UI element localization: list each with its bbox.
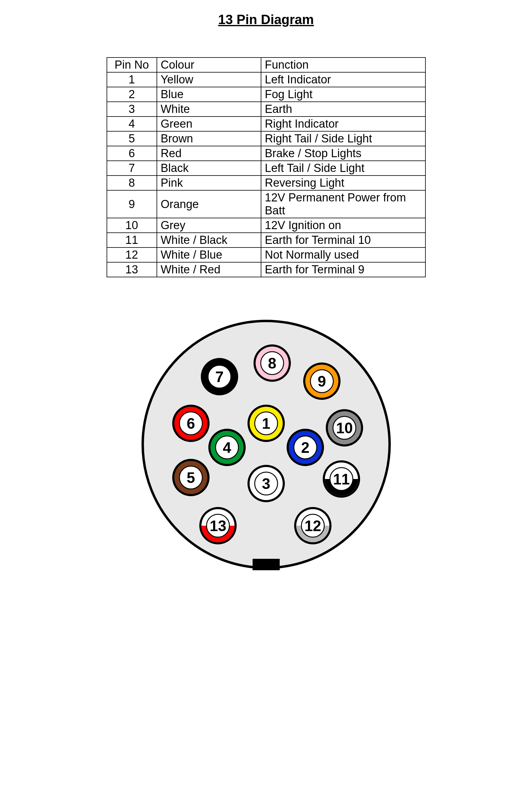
cell-colour: Black	[157, 161, 261, 175]
cell-pin-no: 2	[107, 87, 157, 102]
col-header-pin: Pin No	[107, 57, 157, 72]
pin-8: 8	[254, 344, 291, 382]
pin-label: 5	[187, 469, 195, 486]
pin-label: 1	[262, 415, 270, 432]
pin-label: 4	[223, 439, 231, 456]
cell-pin-no: 6	[107, 146, 157, 161]
pin-label: 6	[187, 415, 195, 432]
col-header-function: Function	[261, 57, 425, 72]
pin-9: 9	[303, 362, 341, 400]
cell-function: Not Normally used	[261, 247, 425, 262]
pin-label: 8	[268, 355, 276, 372]
pin-label: 3	[262, 476, 270, 492]
cell-colour: Orange	[157, 190, 261, 218]
cell-colour: White	[157, 102, 261, 117]
cell-colour: Green	[157, 117, 261, 131]
pin-label: 10	[336, 420, 353, 436]
pin-6: 6	[172, 404, 209, 442]
cell-pin-no: 11	[107, 233, 157, 247]
cell-colour: Grey	[157, 218, 261, 233]
cell-function: Fog Light	[261, 87, 425, 102]
pin-13: 13	[199, 507, 237, 544]
connector-key-notch	[253, 559, 280, 570]
table-row: 4GreenRight Indicator	[107, 117, 425, 131]
cell-function: Left Indicator	[261, 72, 425, 87]
cell-colour: Yellow	[157, 72, 261, 87]
cell-function: 12V Ignition on	[261, 218, 425, 233]
pin-12: 12	[294, 507, 331, 544]
pin-11: 11	[323, 460, 360, 498]
pin-label: 12	[304, 518, 321, 534]
cell-pin-no: 9	[107, 190, 157, 218]
cell-colour: Blue	[157, 87, 261, 102]
table-row: 12White / BlueNot Normally used	[107, 247, 425, 262]
table-row: 11White / BlackEarth for Terminal 10	[107, 233, 425, 247]
connector-diagram: 12345678910111213	[135, 313, 397, 575]
pin-5: 5	[172, 459, 209, 496]
cell-function: Reversing Light	[261, 175, 425, 190]
cell-colour: Red	[157, 146, 261, 161]
cell-pin-no: 13	[107, 262, 157, 277]
cell-pin-no: 3	[107, 102, 157, 117]
pin-table: Pin No Colour Function 1YellowLeft Indic…	[107, 57, 426, 277]
pin-7: 7	[201, 358, 238, 395]
cell-function: Left Tail / Side Light	[261, 161, 425, 175]
cell-function: Right Indicator	[261, 117, 425, 131]
cell-function: 12V Permanent Power from Batt	[261, 190, 425, 218]
cell-pin-no: 4	[107, 117, 157, 131]
cell-pin-no: 10	[107, 218, 157, 233]
cell-function: Brake / Stop Lights	[261, 146, 425, 161]
cell-function: Earth	[261, 102, 425, 117]
pin-label: 2	[301, 439, 309, 456]
pin-label: 11	[333, 471, 350, 488]
pin-label: 9	[318, 373, 326, 390]
cell-pin-no: 5	[107, 131, 157, 146]
cell-pin-no: 12	[107, 247, 157, 262]
page-title: 13 Pin Diagram	[107, 12, 426, 27]
table-row: 9Orange12V Permanent Power from Batt	[107, 190, 425, 218]
cell-function: Earth for Terminal 9	[261, 262, 425, 277]
pin-3: 3	[247, 465, 285, 502]
pin-10: 10	[326, 409, 363, 447]
cell-pin-no: 1	[107, 72, 157, 87]
cell-colour: Brown	[157, 131, 261, 146]
col-header-colour: Colour	[157, 57, 261, 72]
table-row: 3WhiteEarth	[107, 102, 425, 117]
pin-label: 7	[215, 368, 224, 385]
table-row: 13White / RedEarth for Terminal 9	[107, 262, 425, 277]
table-row: 1YellowLeft Indicator	[107, 72, 425, 87]
table-row: 10Grey12V Ignition on	[107, 218, 425, 233]
pin-2: 2	[287, 429, 324, 466]
pin-4: 4	[208, 429, 246, 466]
table-row: 6RedBrake / Stop Lights	[107, 146, 425, 161]
table-row: 5BrownRight Tail / Side Light	[107, 131, 425, 146]
cell-function: Right Tail / Side Light	[261, 131, 425, 146]
table-row: 2BlueFog Light	[107, 87, 425, 102]
pin-1: 1	[247, 404, 285, 442]
cell-function: Earth for Terminal 10	[261, 233, 425, 247]
cell-pin-no: 7	[107, 161, 157, 175]
cell-colour: Pink	[157, 175, 261, 190]
table-row: 7BlackLeft Tail / Side Light	[107, 161, 425, 175]
table-row: 8PinkReversing Light	[107, 175, 425, 190]
cell-colour: White / Blue	[157, 247, 261, 262]
cell-pin-no: 8	[107, 175, 157, 190]
cell-colour: White / Black	[157, 233, 261, 247]
cell-colour: White / Red	[157, 262, 261, 277]
pin-label: 13	[209, 518, 226, 534]
